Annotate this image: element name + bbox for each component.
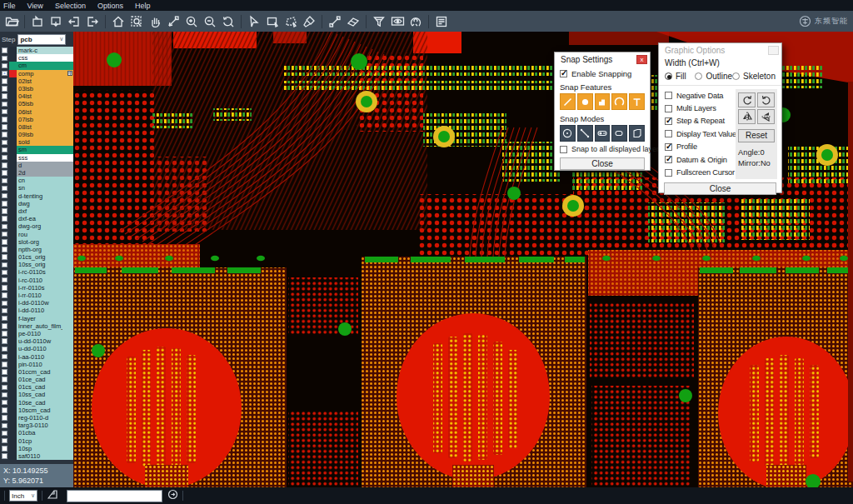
layer-name[interactable]: npth-org (17, 246, 62, 253)
zoom-window-icon[interactable] (127, 12, 146, 30)
layer-visibility-checkbox[interactable] (0, 277, 9, 284)
enable-snapping-checkbox[interactable] (560, 70, 567, 77)
layer-visibility-checkbox[interactable] (0, 391, 9, 398)
layer-visibility-checkbox[interactable] (0, 284, 9, 292)
option-multi-layers[interactable]: Multi Layers (665, 102, 736, 114)
layer-name[interactable]: targ3-0110 (17, 422, 62, 429)
layer-name[interactable]: 10sp (17, 445, 62, 452)
layer-row[interactable]: 01cs_orig (0, 253, 73, 261)
layer-visibility-checkbox[interactable] (0, 92, 9, 100)
layer-name[interactable]: i-dd-0110 (17, 307, 62, 314)
layer-row[interactable]: 06lst (0, 108, 73, 116)
layer-visibility-checkbox[interactable] (0, 261, 9, 268)
layer-name[interactable]: u-dd-0110 (17, 345, 62, 352)
layer-row[interactable]: npth-org (0, 246, 73, 253)
filter-icon[interactable] (370, 12, 388, 30)
pan-hand-icon[interactable] (146, 12, 164, 30)
layer-row[interactable]: 10se_cad (0, 399, 73, 407)
layer-name[interactable]: cn (17, 177, 62, 184)
layer-row[interactable]: comp (0, 70, 73, 77)
layer-visibility-checkbox[interactable] (0, 422, 9, 429)
layer-visibility-checkbox[interactable] (0, 368, 9, 376)
zoom-previous-icon[interactable] (219, 12, 237, 30)
layer-visibility-checkbox[interactable] (0, 123, 9, 131)
radio-skeleton[interactable]: Skeleton (732, 72, 776, 81)
layer-visibility-checkbox[interactable] (0, 131, 9, 138)
layer-name[interactable]: cm (17, 62, 62, 69)
menu-selection[interactable]: Selection (55, 2, 86, 10)
layer-name[interactable]: 10ss_orig (17, 261, 62, 268)
layer-row[interactable]: f-layer (0, 315, 73, 322)
menu-help[interactable]: Help (135, 2, 151, 10)
layer-name[interactable]: saf0110 (17, 452, 62, 460)
layer-row[interactable]: targ3-0110 (0, 422, 73, 429)
layer-name[interactable]: 09lsb (17, 131, 62, 138)
layer-name[interactable]: i-rr-0110 (17, 292, 62, 299)
layer-row[interactable]: dwg-org (0, 222, 73, 230)
radio-fill[interactable]: Fill (665, 72, 695, 81)
layer-visibility-checkbox[interactable] (0, 162, 9, 169)
layer-visibility-checkbox[interactable] (0, 315, 9, 322)
layer-name[interactable]: 01cba (17, 429, 62, 437)
layer-row[interactable]: 02lst (0, 77, 73, 85)
layer-visibility-checkbox[interactable] (0, 215, 9, 222)
layer-name[interactable]: i-aa-0110 (17, 353, 62, 361)
radio-outline[interactable]: Outline (695, 72, 732, 81)
layer-name[interactable]: css (17, 54, 62, 62)
corner-page-icon[interactable] (47, 488, 58, 503)
eraser-icon[interactable] (344, 12, 362, 30)
rotate-ccw-button[interactable] (757, 92, 775, 107)
layer-visibility-checkbox[interactable] (0, 361, 9, 368)
radio-outline-circle[interactable] (695, 72, 702, 80)
reset-button[interactable]: Reset (738, 129, 775, 142)
layer-visibility-checkbox[interactable] (0, 238, 9, 246)
radio-skeleton-circle[interactable] (732, 72, 740, 80)
layer-visibility-checkbox[interactable] (0, 407, 9, 414)
layer-name[interactable]: rou (17, 231, 62, 238)
layer-visibility-checkbox[interactable] (0, 445, 9, 452)
page-previous-icon[interactable] (65, 12, 83, 30)
layer-name[interactable]: sss (17, 154, 62, 162)
pcb-canvas[interactable]: Snap Settings x Enable Snapping Snap Fea… (73, 32, 853, 487)
layer-name[interactable]: d (17, 162, 62, 169)
home-view-icon[interactable] (109, 12, 127, 30)
brush-icon[interactable] (300, 12, 318, 30)
execute-circle-icon[interactable] (167, 488, 178, 503)
layer-visibility-checkbox[interactable] (0, 146, 9, 153)
layer-row[interactable]: 09lsb (0, 131, 73, 138)
layer-row[interactable]: 10sp (0, 445, 73, 452)
layer-row[interactable]: u-dd-0110 (0, 345, 73, 352)
layer-visibility-checkbox[interactable] (0, 70, 9, 77)
layer-visibility-checkbox[interactable] (0, 399, 9, 407)
graphic-close-button[interactable]: Close (664, 182, 776, 195)
menu-file[interactable]: File (3, 2, 16, 10)
snap-mode-slot-button[interactable] (611, 125, 627, 142)
step-select[interactable]: pcb ∨ (17, 34, 66, 45)
mirror-vertical-button[interactable] (757, 109, 775, 124)
layer-visibility-checkbox[interactable] (0, 429, 9, 437)
snap-feature-text-button[interactable] (629, 93, 645, 110)
layer-visibility-checkbox[interactable] (0, 108, 9, 116)
layer-visibility-checkbox[interactable] (0, 322, 9, 330)
layer-row[interactable]: css (0, 54, 73, 62)
option-step-repeat[interactable]: Step & Repeat (665, 115, 736, 127)
layer-row[interactable]: d-tenting (0, 192, 73, 200)
layer-row[interactable]: i-rc-0110 (0, 277, 73, 284)
layer-name[interactable]: f-layer (17, 315, 62, 322)
negative-data-checkbox[interactable] (665, 92, 672, 99)
close-icon[interactable]: x (636, 55, 647, 64)
layer-row[interactable]: pe-0110 (0, 330, 73, 337)
layer-row[interactable]: i-rr-0110s (0, 284, 73, 292)
layer-name[interactable]: u-dd-0110w (17, 337, 62, 345)
option-display-text-value[interactable]: Display Text Value (665, 127, 736, 140)
layer-name[interactable]: 10ss_cad (17, 391, 62, 398)
layer-row[interactable]: i-dd-0110 (0, 307, 73, 314)
unit-select[interactable]: Inch ∨ (9, 490, 37, 502)
snap-feature-circle-button[interactable] (577, 93, 593, 110)
zoom-in-icon[interactable] (182, 12, 201, 30)
layer-visibility-checkbox[interactable] (0, 268, 9, 276)
option-profile[interactable]: Profile (665, 141, 736, 153)
layer-visibility-checkbox[interactable] (0, 383, 9, 391)
menu-options[interactable]: Options (97, 2, 123, 10)
layer-name[interactable]: 03lsb (17, 85, 62, 92)
